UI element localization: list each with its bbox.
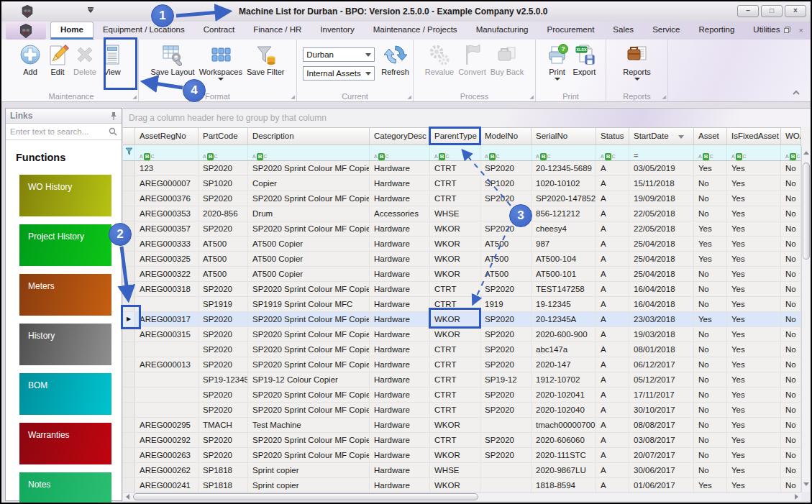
cell-woatt[interactable]: No <box>781 342 801 357</box>
dialog-launcher-icon[interactable]: ◢ <box>133 94 137 100</box>
column-header-startdate[interactable]: StartDate <box>629 128 694 145</box>
cell-assetregno[interactable] <box>135 342 199 357</box>
cell-description[interactable]: Sprint copier <box>248 478 370 492</box>
cell-startdate[interactable]: 20/07/2017 <box>629 448 694 462</box>
cell-isfixedasset[interactable]: Yes <box>727 357 781 372</box>
cell-partcode[interactable]: SP2020 <box>199 191 248 206</box>
cell-startdate[interactable]: 03/08/2017 <box>629 433 694 447</box>
cell-isfixedasset[interactable]: Yes <box>727 252 781 266</box>
application-button[interactable] <box>6 22 46 40</box>
cell-assetregno[interactable]: AREG000318 <box>135 282 199 296</box>
cell-asset[interactable]: No <box>694 327 727 342</box>
cell-startdate[interactable]: 08/01/2018 <box>629 342 694 357</box>
cell-description[interactable]: AT500 Copier <box>248 237 370 251</box>
cell-startdate[interactable]: 08/08/2017 <box>629 418 694 432</box>
cell-modelno[interactable]: SP2020 <box>480 161 532 175</box>
tab-finance-hr[interactable]: Finance / HR <box>244 22 311 40</box>
table-row[interactable]: AREG000013SP2020SP2020 Sprint Colour MF … <box>123 357 801 372</box>
cell-asset[interactable]: Yes <box>694 478 727 492</box>
cell-assetregno[interactable] <box>135 403 199 417</box>
cell-description[interactable]: Drum <box>248 206 370 221</box>
tab-contract[interactable]: Contract <box>194 22 244 40</box>
cell-status[interactable]: A <box>596 237 629 251</box>
cell-serialno[interactable]: tmach00000700 <box>532 418 596 432</box>
cell-assetregno[interactable]: AREG000241 <box>135 478 199 492</box>
column-header-asset[interactable]: Asset <box>694 128 727 145</box>
cell-startdate[interactable]: 03/05/2019 <box>629 161 694 175</box>
cell-modelno[interactable]: SP2020 <box>480 448 532 462</box>
tab-home[interactable]: Home <box>50 22 93 40</box>
tab-procurement[interactable]: Procurement <box>538 22 604 40</box>
cell-assetregno[interactable]: AREG000013 <box>135 357 199 372</box>
dialog-launcher-icon[interactable]: ◢ <box>662 94 666 100</box>
cell-parenttype[interactable]: WKOR <box>430 237 480 251</box>
edit-button[interactable]: Edit <box>44 42 71 78</box>
cell-isfixedasset[interactable]: Yes <box>727 403 781 417</box>
table-row[interactable]: SP2020SP2020 Sprint Colour MF CopierHard… <box>123 342 801 357</box>
cell-categorydesc[interactable]: Hardware <box>370 221 430 236</box>
cell-partcode[interactable]: SP2020 <box>199 357 248 372</box>
export-button[interactable]: XLSXExport <box>571 42 598 78</box>
cell-categorydesc[interactable]: Hardware <box>370 176 430 191</box>
cell-partcode[interactable]: SP1919 <box>199 297 248 311</box>
cell-serialno[interactable]: 987 <box>532 237 596 251</box>
cell-assetregno[interactable]: AREG000357 <box>135 221 199 236</box>
cell-partcode[interactable]: SP1818 <box>199 463 248 477</box>
cell-startdate[interactable]: 22/05/2018 <box>629 206 694 221</box>
cell-categorydesc[interactable]: Hardware <box>370 357 430 372</box>
cell-serialno[interactable]: abc147a <box>532 342 596 357</box>
cell-status[interactable]: A <box>596 433 629 447</box>
cell-startdate[interactable]: 19/09/2018 <box>629 191 694 206</box>
cell-serialno[interactable]: 2020-600-900 <box>532 327 596 342</box>
cell-modelno[interactable] <box>480 478 532 492</box>
save-filter-button[interactable]: Save Filter <box>245 42 287 78</box>
cell-asset[interactable]: No <box>694 403 727 417</box>
cell-isfixedasset[interactable]: Yes <box>727 176 781 191</box>
cell-parenttype[interactable]: CTRT <box>430 372 480 387</box>
cell-startdate[interactable]: 01/06/2017 <box>629 478 694 492</box>
cell-assetregno[interactable]: AREG000292 <box>135 433 199 447</box>
cell-description[interactable]: SP1919 Sprint Colour MFC <box>248 297 370 311</box>
cell-parenttype[interactable]: WKOR <box>430 327 480 342</box>
table-row[interactable]: AREG000318SP2020SP2020 Sprint Colour MF … <box>123 282 801 297</box>
dialog-launcher-icon[interactable]: ◢ <box>530 94 534 100</box>
cell-serialno[interactable]: 856-121212 <box>532 206 596 221</box>
cell-asset[interactable]: Yes <box>694 237 727 251</box>
collapse-ribbon-icon[interactable] <box>792 86 800 98</box>
cell-isfixedasset[interactable]: Yes <box>727 221 781 236</box>
cell-categorydesc[interactable]: Hardware <box>370 433 430 447</box>
cell-assetregno[interactable]: AREG000262 <box>135 463 199 477</box>
cell-status[interactable]: A <box>596 418 629 432</box>
cell-parenttype[interactable]: CTRT <box>430 176 480 191</box>
cell-asset[interactable]: No <box>694 448 727 462</box>
table-row[interactable]: AREG000292SP2020SP2020 Sprint Colour MF … <box>123 433 801 448</box>
table-row[interactable]: SP2020SP2020 Sprint Colour MF CopierHard… <box>123 403 801 418</box>
cell-assetregno[interactable]: AREG000376 <box>135 191 199 206</box>
cell-categorydesc[interactable]: Accessories <box>370 206 430 221</box>
dialog-launcher-icon[interactable]: ◢ <box>408 94 411 100</box>
cell-asset[interactable]: No <box>694 342 727 357</box>
cell-parenttype[interactable]: CTRT <box>430 403 480 417</box>
cell-categorydesc[interactable]: Hardware <box>370 161 430 175</box>
refresh-button[interactable]: Refresh <box>379 42 411 78</box>
cell-isfixedasset[interactable]: Yes <box>727 433 781 447</box>
cell-modelno[interactable] <box>480 418 532 432</box>
cell-status[interactable]: A <box>596 221 629 236</box>
cell-modelno[interactable]: SP2020 <box>480 433 532 447</box>
tab-manufacturing[interactable]: Manufacturing <box>467 22 538 40</box>
cell-status[interactable]: A <box>596 267 629 281</box>
cell-asset[interactable]: No <box>694 433 727 447</box>
function-meters[interactable]: Meters <box>19 274 111 316</box>
cell-isfixedasset[interactable]: Yes <box>727 282 781 296</box>
save-layout-button[interactable]: Save Layout <box>148 42 196 78</box>
cell-serialno[interactable]: 2020-111STC <box>532 448 596 462</box>
cell-isfixedasset[interactable]: Yes <box>727 161 781 175</box>
cell-serialno[interactable]: 20-12345A <box>532 312 596 326</box>
cell-status[interactable]: A <box>596 448 629 462</box>
cell-status[interactable]: A <box>596 161 629 175</box>
cell-woatt[interactable]: No <box>781 206 801 221</box>
filter-cell-categorydesc[interactable]: ABC <box>370 145 430 160</box>
cell-partcode[interactable]: SP2020 <box>199 388 248 402</box>
table-row[interactable]: AREG000315SP2020SP2020 Sprint Colour MF … <box>123 327 801 342</box>
cell-startdate[interactable]: 25/04/2018 <box>629 267 694 281</box>
